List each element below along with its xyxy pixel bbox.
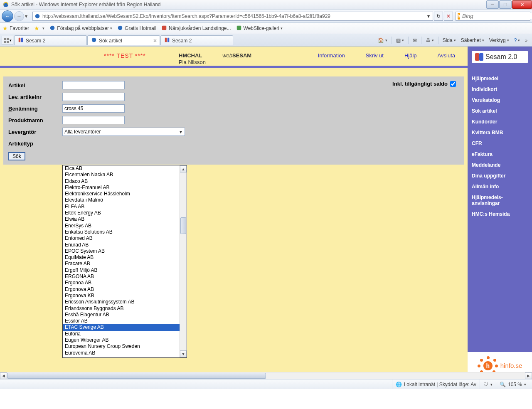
quick-tabs-button[interactable]: ▾ — [2, 36, 13, 45]
fav-link-1[interactable]: Gratis Hotmail — [117, 25, 156, 32]
home-button[interactable]: 🏠▾ — [376, 36, 389, 45]
horizontal-scrollbar[interactable]: ◀ ▶ — [0, 372, 532, 379]
dropdown-option[interactable]: Essilor AB — [63, 318, 180, 324]
sidebar-link[interactable]: Hjälpmedel — [472, 76, 528, 81]
fav-link-2[interactable]: Närsjukvården Landstinge... — [161, 25, 231, 32]
stop-button[interactable]: ✕ — [444, 12, 453, 21]
sidebar-link[interactable]: Kundorder — [472, 119, 528, 125]
dropdown-option[interactable]: Eldaco AB — [63, 178, 180, 185]
dropdown-option[interactable]: ERGONA AB — [63, 273, 180, 280]
dropdown-option[interactable]: ETAC Sverige AB — [63, 324, 180, 330]
url-input[interactable] — [41, 13, 426, 19]
sidebar-link[interactable]: eFaktura — [472, 151, 528, 157]
minimize-button[interactable]: ─ — [486, 0, 499, 9]
dropdown-option[interactable]: Enurad AB — [63, 242, 180, 248]
scroll-down-button[interactable]: ▼ — [180, 350, 187, 357]
address-bar[interactable]: ▾ — [32, 12, 433, 21]
dropdown-option[interactable]: Esshå Elagentur AB — [63, 312, 180, 318]
dropdown-option[interactable]: ELFA AB — [63, 204, 180, 210]
sidebar-link[interactable]: Meddelande — [472, 162, 528, 168]
sidebar-link[interactable]: CFR — [472, 140, 528, 146]
dropdown-option[interactable]: EnerSys AB — [63, 223, 180, 229]
tab-close-button[interactable]: ✕ — [153, 38, 157, 44]
search-input[interactable] — [460, 13, 532, 19]
mail-button[interactable]: ✉ — [411, 36, 419, 45]
menu-label: Säkerhet — [461, 37, 481, 43]
dropdown-option[interactable]: Euforia — [63, 331, 180, 337]
help-button[interactable]: ?▾ — [512, 36, 522, 45]
sidebar-link[interactable]: Hjälpmedels-anvisningar — [472, 195, 528, 206]
browser-tab-2[interactable]: Sesam 2 — [160, 35, 233, 45]
leverantor-select[interactable]: Alla leverantörer ▼ — [62, 128, 185, 136]
levartnr-input[interactable] — [62, 93, 125, 101]
sidebar-link[interactable]: Varukatalog — [472, 97, 528, 103]
dropdown-option[interactable]: Elcentralen Nacka AB — [63, 172, 180, 178]
fav-link-0[interactable]: Förslag på webbplatser ▾ — [49, 25, 112, 32]
sidebar-link[interactable]: HMC:s Hemsida — [472, 211, 528, 217]
sidebar-link[interactable]: Individkort — [472, 86, 528, 92]
add-favorite-button[interactable]: ★ ▾ — [34, 25, 44, 32]
dropdown-option[interactable]: Entomed AB — [63, 235, 180, 241]
forward-button[interactable]: → — [14, 11, 24, 21]
dropdown-option[interactable]: Eugen Wiberger AB — [63, 337, 180, 343]
dropdown-option[interactable]: Elektro-Emanuel AB — [63, 185, 180, 191]
tools-menu[interactable]: Verktyg▾ — [487, 36, 511, 45]
dropdown-option[interactable]: Elektronikservice Hässleholm — [63, 191, 180, 197]
scroll-up-button[interactable]: ▲ — [180, 165, 187, 172]
saldo-checkbox[interactable] — [450, 81, 456, 87]
zoom-control[interactable]: 🔍 105 % ▾ — [496, 379, 530, 389]
dropdown-option[interactable]: European Nursery Group Sweden — [63, 343, 180, 350]
expand-button[interactable]: » — [523, 36, 530, 45]
protected-mode-toggle[interactable]: 🛡 ▾ — [480, 379, 496, 389]
page-menu[interactable]: Sida▾ — [441, 36, 458, 45]
favorites-label: Favoriter — [10, 25, 29, 31]
dropdown-option[interactable]: Eltek Energy AB — [63, 210, 180, 216]
maximize-button[interactable]: ☐ — [499, 0, 512, 9]
browser-tab-0[interactable]: Sesam 2 — [14, 35, 87, 45]
dropdown-option[interactable]: Eurovema AB — [63, 350, 180, 356]
nav-history-dropdown[interactable]: ▾ — [25, 13, 30, 19]
print-button[interactable]: 🖶▾ — [424, 36, 436, 45]
dropdown-option[interactable]: Elwia AB — [63, 216, 180, 222]
search-box[interactable]: b — [456, 12, 530, 21]
dropdown-option[interactable]: Enkatsu Solutions AB — [63, 229, 180, 235]
url-dropdown[interactable]: ▾ — [426, 13, 431, 19]
artikel-input[interactable] — [62, 81, 125, 89]
scroll-thumb[interactable] — [180, 217, 186, 234]
dropdown-option[interactable]: Ergonova KB — [63, 293, 180, 299]
scroll-right-button[interactable]: ▶ — [525, 372, 532, 379]
link-skriv-ut[interactable]: Skriv ut — [366, 52, 384, 59]
benamning-input[interactable] — [62, 104, 125, 113]
produktnamn-input[interactable] — [62, 116, 125, 124]
safety-menu[interactable]: Säkerhet▾ — [459, 36, 486, 45]
feeds-button[interactable]: ▧▾ — [394, 36, 406, 45]
favorites-button[interactable]: ★ Favoriter — [2, 25, 29, 32]
dropdown-option[interactable]: Eracare AB — [63, 261, 180, 267]
dropdown-scrollbar[interactable]: ▲ ▼ — [180, 165, 187, 357]
refresh-button[interactable]: ↻ — [434, 12, 443, 21]
dropdown-option[interactable]: Ergoff Miljö AB — [63, 267, 180, 273]
back-button[interactable]: ← — [2, 10, 13, 22]
link-information[interactable]: Information — [318, 52, 345, 59]
scroll-left-button[interactable]: ◀ — [0, 372, 7, 379]
dropdown-option[interactable]: Ergonova AB — [63, 286, 180, 293]
sidebar-link[interactable]: Dina uppgifter — [472, 173, 528, 179]
dropdown-option[interactable]: EquiMate AB — [63, 254, 180, 261]
dropdown-option[interactable]: EPOC System AB — [63, 248, 180, 254]
dropdown-option[interactable]: Elevdata i Malmö — [63, 197, 180, 203]
hscroll-thumb[interactable] — [7, 373, 266, 379]
sidebar-link[interactable]: Kvittera BMB — [472, 130, 528, 136]
sidebar-link[interactable]: Allmän info — [472, 184, 528, 190]
link-hjalp[interactable]: Hjälp — [404, 52, 417, 59]
sidebar-link[interactable]: Sök artikel — [472, 108, 528, 114]
browser-tab-1[interactable]: Sök artikel ✕ — [87, 35, 160, 45]
leverantor-dropdown-list[interactable]: Eica ABElcentralen Nacka ABEldaco ABElek… — [62, 165, 187, 358]
dropdown-option[interactable]: Ericsson Anslutningssystem AB — [63, 299, 180, 305]
close-button[interactable]: ✕ — [512, 0, 532, 9]
sok-button[interactable]: Sök — [8, 152, 25, 160]
link-avsluta[interactable]: Avsluta — [438, 52, 455, 59]
dropdown-option[interactable]: Eica AB — [63, 165, 180, 172]
dropdown-option[interactable]: Ergonoa AB — [63, 280, 180, 286]
fav-link-3[interactable]: WebSlice-galleri ▾ — [236, 25, 283, 32]
dropdown-option[interactable]: Erlandssons Byggnads AB — [63, 306, 180, 312]
